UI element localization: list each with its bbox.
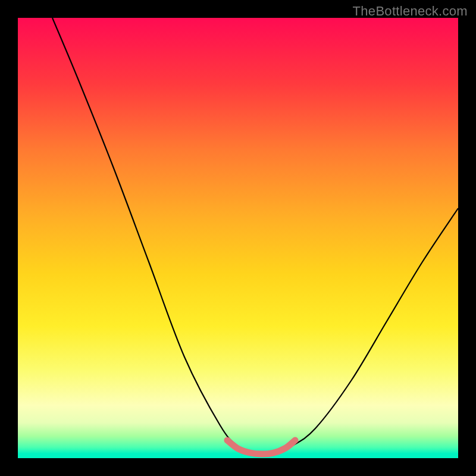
- optimal-range-highlight: [227, 440, 295, 454]
- watermark-text: TheBottleneck.com: [353, 4, 468, 19]
- curve-svg: [18, 18, 458, 458]
- bottleneck-curve: [52, 18, 458, 455]
- plot-area: [18, 18, 458, 458]
- chart-frame: TheBottleneck.com: [0, 0, 476, 476]
